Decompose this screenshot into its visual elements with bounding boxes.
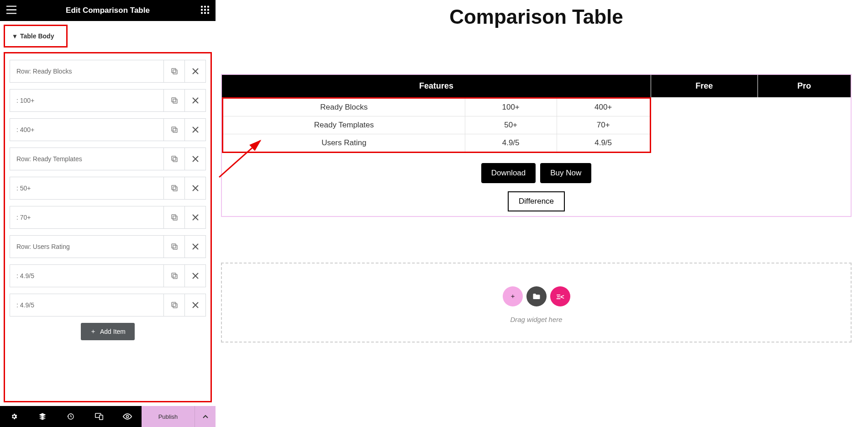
remove-icon[interactable] <box>184 90 205 111</box>
settings-icon[interactable] <box>0 406 28 427</box>
svg-rect-23 <box>173 274 177 279</box>
footer-icons <box>0 406 142 427</box>
svg-rect-9 <box>173 70 177 74</box>
drop-icons: ＋ Ξ< <box>503 286 570 306</box>
remove-icon[interactable] <box>184 119 205 141</box>
table-cell: Ready Blocks <box>223 98 465 116</box>
publish-label: Publish <box>158 413 178 420</box>
comparison-widget[interactable]: Features Free Pro Ready Blocks100+400+Re… <box>221 74 852 217</box>
remove-icon[interactable] <box>184 236 205 258</box>
repeater-item: Row: Users Rating <box>10 235 206 258</box>
duplicate-icon[interactable] <box>163 265 184 287</box>
duplicate-icon[interactable] <box>163 148 184 170</box>
difference-row: Difference <box>222 191 851 211</box>
svg-rect-19 <box>173 216 177 220</box>
button-row: Download Buy Now <box>222 163 851 183</box>
items-container: Row: Ready Blocks : 100+ : 400+ Row: Rea… <box>4 52 212 402</box>
item-label[interactable]: : 100+ <box>10 90 163 111</box>
svg-point-29 <box>126 416 129 418</box>
table-cell: 70+ <box>557 116 650 134</box>
svg-rect-10 <box>172 69 176 73</box>
svg-rect-22 <box>172 244 176 248</box>
item-label[interactable]: : 4.9/5 <box>10 265 163 287</box>
section-table-body[interactable]: ▾ Table Body <box>4 25 68 47</box>
table-cell: 400+ <box>557 98 650 116</box>
remove-icon[interactable] <box>184 206 205 228</box>
remove-icon[interactable] <box>184 177 205 199</box>
responsive-icon[interactable] <box>85 406 113 427</box>
history-icon[interactable] <box>57 406 85 427</box>
duplicate-icon[interactable] <box>163 119 184 141</box>
grid-icon[interactable] <box>201 6 209 16</box>
item-label[interactable]: : 50+ <box>10 177 163 199</box>
elementskit-button[interactable]: Ξ< <box>550 286 570 306</box>
buy-now-button[interactable]: Buy Now <box>540 163 591 183</box>
svg-rect-6 <box>201 12 203 14</box>
publish-button[interactable]: Publish <box>142 406 195 427</box>
table-cell: Ready Templates <box>223 116 465 134</box>
remove-icon[interactable] <box>184 148 205 170</box>
svg-rect-21 <box>173 245 177 249</box>
item-label[interactable]: Row: Ready Blocks <box>10 60 163 82</box>
svg-rect-20 <box>172 215 176 219</box>
navigator-icon[interactable] <box>28 406 57 427</box>
duplicate-icon[interactable] <box>163 90 184 111</box>
item-label[interactable]: : 4.9/5 <box>10 294 163 316</box>
difference-button[interactable]: Difference <box>508 191 565 211</box>
preview-area: Comparison Table Features Free Pro Ready… <box>216 0 868 427</box>
item-label[interactable]: Row: Users Rating <box>10 236 163 258</box>
col-header: Features <box>222 75 651 97</box>
add-section-button[interactable]: ＋ <box>503 286 523 306</box>
repeater-item: : 50+ <box>10 177 206 200</box>
template-library-button[interactable] <box>526 286 547 306</box>
item-label[interactable]: : 70+ <box>10 206 163 228</box>
drop-section[interactable]: ＋ Ξ< Drag widget here <box>221 263 852 343</box>
repeater-item: : 400+ <box>10 118 206 141</box>
plus-icon: ＋ <box>510 292 516 300</box>
remove-icon[interactable] <box>184 60 205 82</box>
svg-rect-12 <box>172 98 176 102</box>
svg-rect-25 <box>173 304 177 308</box>
panel-footer: Publish <box>0 406 216 427</box>
comparison-table: Features Free Pro Ready Blocks100+400+Re… <box>222 75 851 153</box>
svg-rect-2 <box>207 6 209 8</box>
duplicate-icon[interactable] <box>163 236 184 258</box>
svg-rect-24 <box>172 273 176 277</box>
table-cell: Users Rating <box>223 134 465 153</box>
repeater-item: : 4.9/5 <box>10 294 206 316</box>
svg-rect-11 <box>173 99 177 103</box>
remove-icon[interactable] <box>184 265 205 287</box>
add-item-button[interactable]: ＋ Add Item <box>81 323 135 340</box>
table-head: Features Free Pro <box>222 75 851 97</box>
svg-rect-18 <box>172 185 176 190</box>
publish-options-button[interactable] <box>195 406 216 427</box>
col-header: Pro <box>758 75 851 97</box>
duplicate-icon[interactable] <box>163 177 184 199</box>
duplicate-icon[interactable] <box>163 294 184 316</box>
svg-rect-16 <box>172 156 176 160</box>
table-cell: 4.9/5 <box>557 134 650 153</box>
editor-panel: Edit Comparison Table ▾ Table Body Row: … <box>0 0 216 427</box>
plus-icon: ＋ <box>90 327 96 336</box>
svg-rect-3 <box>201 9 203 11</box>
repeater-item: : 70+ <box>10 206 206 229</box>
duplicate-icon[interactable] <box>163 206 184 228</box>
download-button[interactable]: Download <box>481 163 536 183</box>
item-label[interactable]: Row: Ready Templates <box>10 148 163 170</box>
preview-icon[interactable] <box>113 406 142 427</box>
item-label[interactable]: : 400+ <box>10 119 163 141</box>
svg-rect-13 <box>173 128 177 132</box>
duplicate-icon[interactable] <box>163 60 184 82</box>
svg-rect-17 <box>173 187 177 191</box>
repeater-item: : 4.9/5 <box>10 264 206 287</box>
page-title: Comparison Table <box>221 5 852 28</box>
svg-rect-7 <box>204 12 206 14</box>
add-item-label: Add Item <box>100 328 126 335</box>
svg-rect-14 <box>172 127 176 131</box>
svg-rect-26 <box>172 302 176 306</box>
hamburger-icon[interactable] <box>6 6 16 16</box>
section-label: Table Body <box>20 32 54 40</box>
table-cell: 100+ <box>465 98 557 116</box>
svg-rect-1 <box>204 6 206 8</box>
remove-icon[interactable] <box>184 294 205 316</box>
